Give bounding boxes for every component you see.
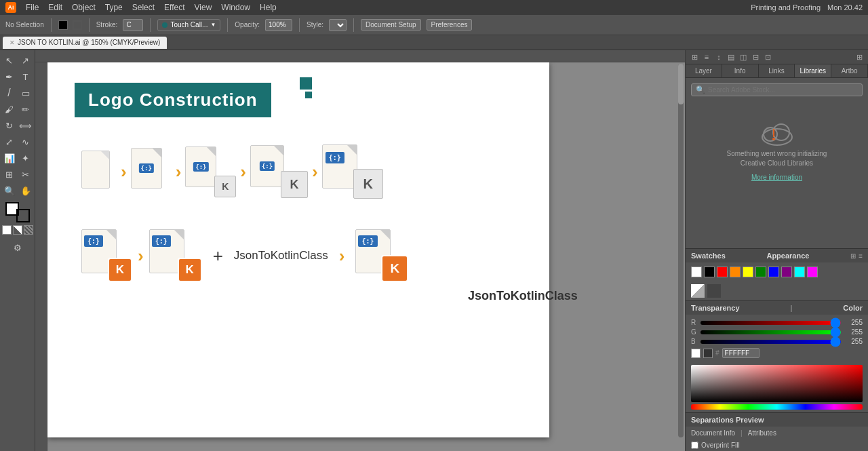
pen-tool[interactable]: ✒ (2, 69, 17, 84)
panel-icon-2[interactable]: ≡ (702, 52, 711, 62)
document-tab[interactable]: ✕ JSON TO KOTLIN.ai @ 150% (CMYK/Preview… (3, 37, 167, 49)
selection-tool[interactable]: ↖ (2, 53, 17, 68)
logo-title: Logo Construction (88, 90, 258, 110)
file5-json-badge: {:} (326, 152, 344, 163)
menu-items: File Edit Object Type Select Effect View… (26, 3, 277, 12)
tab-links[interactable]: Links (759, 64, 795, 77)
stroke-input[interactable] (123, 19, 143, 31)
touch-call-chevron: ▼ (210, 22, 216, 28)
menu-view[interactable]: View (195, 3, 212, 12)
zoom-tool[interactable]: 🔍 (2, 183, 17, 198)
swatch-blue[interactable] (768, 267, 779, 277)
panel-icon-1[interactable]: ⊞ (690, 52, 699, 62)
rotate-tool[interactable]: ↻ (2, 118, 17, 133)
blue-slider[interactable] (701, 340, 841, 344)
tab-libraries[interactable]: Libraries (795, 64, 831, 77)
swatch-list-icon[interactable]: ≡ (859, 252, 863, 260)
tab-info[interactable]: Info (722, 64, 759, 77)
color-spectrum[interactable] (691, 365, 863, 402)
swatch-cyan[interactable] (794, 267, 805, 277)
canvas[interactable]: Logo Construction › (47, 62, 549, 437)
normal-mode[interactable] (2, 225, 12, 235)
document-setup-button[interactable]: Document Setup (361, 19, 421, 31)
more-info-link[interactable]: More information (751, 174, 802, 181)
menu-window[interactable]: Window (221, 3, 250, 12)
tab-layer[interactable]: Layer (686, 64, 722, 77)
workspace-selector[interactable]: Printing and Proofing (751, 3, 821, 12)
hex-hash: # (715, 349, 719, 357)
menu-help[interactable]: Help (260, 3, 277, 12)
swatch-grid-icon[interactable]: ⊞ (850, 252, 856, 260)
panel-icon-6[interactable]: ⊟ (751, 52, 760, 62)
rect-tool[interactable]: ▭ (18, 85, 33, 100)
swatch-white[interactable] (691, 267, 702, 277)
hex-input[interactable] (722, 348, 760, 358)
reflect-tool[interactable]: ⟺ (18, 118, 33, 133)
menu-type[interactable]: Type (105, 3, 123, 12)
menu-select[interactable]: Select (132, 3, 155, 12)
color-sliders: R 255 G 255 B 255 (691, 319, 863, 345)
search-bar[interactable]: 🔍 (691, 83, 863, 96)
preferences-button[interactable]: Preferences (427, 19, 473, 31)
panel-icon-7[interactable]: ⊡ (763, 52, 772, 62)
style-label: Style: (307, 21, 323, 28)
tab-close-icon[interactable]: ✕ (9, 39, 15, 46)
paintbrush-tool[interactable]: 🖌 (2, 102, 17, 117)
swatch-purple[interactable] (781, 267, 792, 277)
panel-icon-5[interactable]: ◫ (738, 52, 748, 62)
canvas-area[interactable]: Logo Construction › (35, 50, 685, 451)
artboard-tool[interactable]: ⊞ (2, 167, 17, 182)
search-input[interactable] (708, 86, 858, 94)
panel-icon-3[interactable]: ↕ (714, 52, 724, 62)
swatch-green[interactable] (755, 267, 766, 277)
line-tool[interactable]: / (2, 85, 17, 100)
swatch-red[interactable] (717, 267, 728, 277)
bottom-diagram-row: {:} K › {:} K (81, 229, 522, 282)
pencil-tool[interactable]: ✏ (18, 102, 33, 117)
direct-selection-tool[interactable]: ↗ (18, 53, 33, 68)
swatch-special-2[interactable] (707, 284, 721, 298)
type-tool[interactable]: T (18, 69, 33, 84)
color-preview-black (703, 349, 713, 358)
search-icon: 🔍 (696, 85, 705, 94)
panel-view-icon[interactable]: ⊞ (854, 52, 864, 62)
hand-tool[interactable]: ✋ (18, 183, 33, 198)
warp-tool[interactable]: ∿ (18, 134, 33, 149)
green-row: G 255 (691, 328, 863, 336)
green-slider[interactable] (701, 330, 841, 334)
swatch-yellow[interactable] (743, 267, 753, 277)
hue-strip[interactable] (691, 404, 863, 410)
swatch-magenta[interactable] (807, 267, 818, 277)
swatch-orange[interactable] (730, 267, 741, 277)
opacity-input[interactable] (265, 19, 292, 31)
menu-file[interactable]: File (26, 3, 39, 12)
style-select[interactable] (329, 19, 347, 31)
stroke-icon[interactable] (16, 209, 30, 222)
file-blue-json-1: {:} K (81, 229, 132, 282)
stroke-box[interactable] (73, 20, 82, 30)
overprint-checkbox[interactable] (691, 442, 698, 449)
transparency-title: Transparency (691, 304, 740, 312)
gradient-mode[interactable] (13, 225, 22, 235)
swatch-special-1[interactable] (691, 284, 705, 298)
scrollbar-thumb[interactable] (678, 64, 684, 104)
scale-tool[interactable]: ⤢ (2, 134, 17, 149)
toolbar-divider-3 (150, 18, 151, 32)
menu-edit[interactable]: Edit (48, 3, 62, 12)
swatch-black[interactable] (704, 267, 715, 277)
panel-icon-4[interactable]: ▤ (726, 52, 736, 62)
tool-row-scale: ⤢ ∿ (2, 134, 33, 149)
tab-artboard[interactable]: Artbo (831, 64, 868, 77)
fill-box[interactable] (58, 20, 68, 30)
blue-file2-json: {:} (152, 235, 171, 247)
menu-object[interactable]: Object (72, 3, 96, 12)
red-slider[interactable] (701, 321, 841, 325)
touch-call-button[interactable]: Touch Call... ▼ (157, 19, 220, 31)
graph-tool[interactable]: 📊 (2, 151, 17, 165)
transparency-color-panel: Transparency | Color R 255 G 255 (686, 300, 868, 412)
symbol-tool[interactable]: ✦ (18, 151, 33, 165)
slice-tool[interactable]: ✂ (18, 167, 33, 182)
menu-effect[interactable]: Effect (164, 3, 184, 12)
none-mode[interactable] (24, 225, 33, 235)
settings-tool[interactable]: ⚙ (10, 240, 25, 255)
